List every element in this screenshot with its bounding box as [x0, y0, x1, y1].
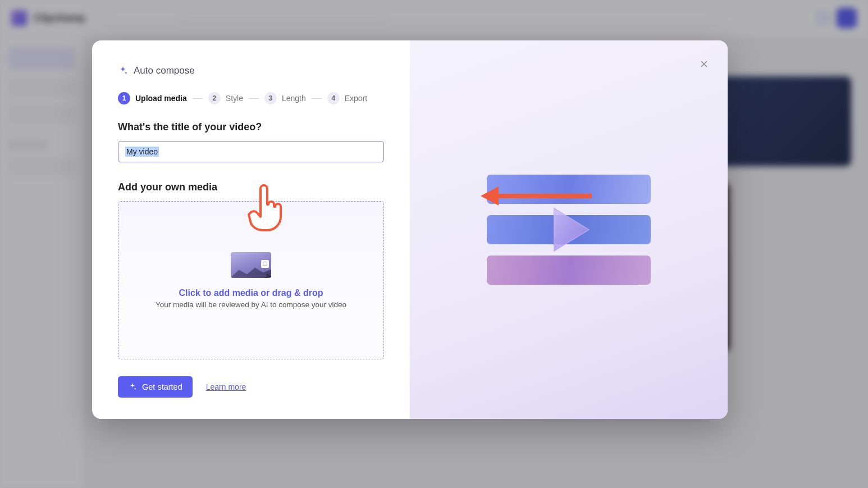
step-separator [249, 98, 259, 99]
modal-left-panel: Auto compose 1 Upload media 2 Style 3 Le… [92, 40, 410, 419]
modal-footer: Get started Learn more [118, 376, 384, 398]
pointer-hand-icon [263, 272, 271, 278]
modal-header: Auto compose [118, 65, 384, 76]
sparkle-icon [118, 66, 128, 76]
modal-right-panel [410, 40, 728, 419]
button-label: Get started [142, 382, 182, 391]
step-label: Export [345, 94, 367, 103]
step-number: 1 [118, 92, 130, 104]
get-started-button[interactable]: Get started [118, 376, 193, 398]
play-icon [535, 196, 602, 263]
dropzone-title: Click to add media or drag & drop [179, 288, 323, 298]
close-icon [700, 60, 709, 69]
step-separator [312, 98, 322, 99]
sparkle-icon [128, 382, 137, 391]
step-style[interactable]: 2 Style [208, 92, 243, 104]
add-media-label: Add your own media [118, 181, 384, 193]
step-label: Style [226, 94, 243, 103]
close-button[interactable] [696, 56, 712, 72]
step-separator [193, 98, 203, 99]
preview-illustration [487, 175, 651, 285]
step-upload-media[interactable]: 1 Upload media [118, 92, 187, 104]
step-label: Upload media [135, 94, 187, 103]
video-title-input[interactable] [118, 141, 384, 162]
step-export[interactable]: 4 Export [327, 92, 367, 104]
step-length[interactable]: 3 Length [264, 92, 306, 104]
title-input-wrap: My video [118, 141, 384, 181]
stepper: 1 Upload media 2 Style 3 Length 4 Export [118, 92, 384, 104]
modal-title: Auto compose [134, 65, 195, 76]
step-label: Length [282, 94, 306, 103]
auto-compose-modal: Auto compose 1 Upload media 2 Style 3 Le… [92, 40, 728, 419]
step-number: 3 [264, 92, 277, 104]
learn-more-link[interactable]: Learn more [206, 382, 246, 391]
dropzone-thumbnail-icon [231, 252, 271, 278]
step-number: 4 [327, 92, 340, 104]
media-dropzone[interactable]: Click to add media or drag & drop Your m… [118, 201, 384, 359]
step-number: 2 [208, 92, 221, 104]
dropzone-subtitle: Your media will be reviewed by AI to com… [156, 300, 346, 309]
title-question-label: What's the title of your video? [118, 121, 384, 133]
